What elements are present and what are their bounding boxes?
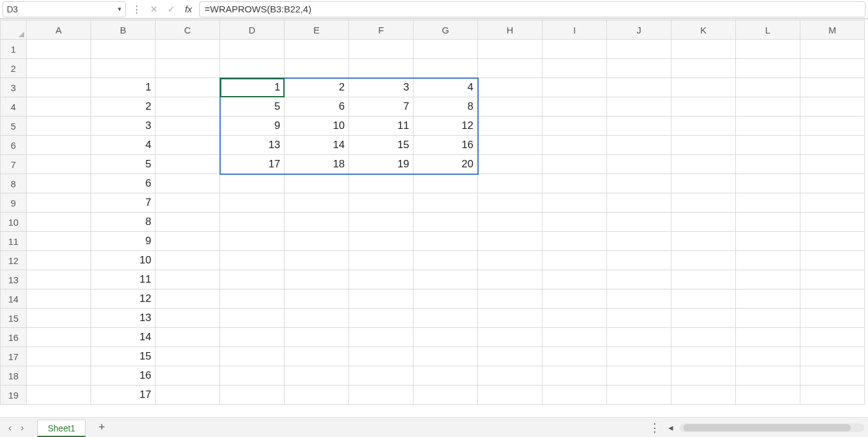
cell-M18[interactable] bbox=[800, 366, 865, 386]
cell-A10[interactable] bbox=[27, 213, 91, 232]
more-icon[interactable]: ⋮ bbox=[130, 2, 143, 17]
cell-M3[interactable] bbox=[800, 78, 865, 97]
cell-E15[interactable] bbox=[285, 309, 349, 328]
cell-C6[interactable] bbox=[156, 136, 220, 155]
column-header-D[interactable]: D bbox=[220, 20, 285, 40]
cell-C7[interactable] bbox=[156, 155, 220, 174]
cell-F9[interactable] bbox=[349, 193, 414, 213]
row-header-8[interactable]: 8 bbox=[1, 174, 27, 193]
cell-I8[interactable] bbox=[542, 174, 607, 193]
cell-C8[interactable] bbox=[156, 174, 220, 193]
cell-F4[interactable]: 7 bbox=[349, 97, 414, 117]
cell-F7[interactable]: 19 bbox=[349, 155, 414, 174]
cell-M16[interactable] bbox=[800, 328, 865, 347]
cell-I16[interactable] bbox=[542, 328, 607, 347]
cell-H8[interactable] bbox=[478, 174, 542, 193]
cell-D14[interactable] bbox=[220, 289, 285, 309]
cell-B18[interactable]: 16 bbox=[91, 366, 156, 386]
cell-K15[interactable] bbox=[671, 309, 736, 328]
cell-F12[interactable] bbox=[349, 251, 414, 270]
confirm-icon[interactable]: ✓ bbox=[164, 2, 178, 17]
cell-F19[interactable] bbox=[349, 386, 414, 405]
cell-E11[interactable] bbox=[285, 232, 349, 251]
cell-I13[interactable] bbox=[542, 270, 607, 289]
cell-M9[interactable] bbox=[800, 193, 865, 213]
cell-L13[interactable] bbox=[736, 270, 800, 289]
cell-L7[interactable] bbox=[736, 155, 800, 174]
row-header-2[interactable]: 2 bbox=[1, 59, 27, 78]
row-header-11[interactable]: 11 bbox=[1, 232, 27, 251]
cell-C4[interactable] bbox=[156, 97, 220, 117]
cell-J16[interactable] bbox=[607, 328, 671, 347]
cell-E2[interactable] bbox=[285, 59, 349, 78]
cell-L3[interactable] bbox=[736, 78, 800, 97]
cell-L19[interactable] bbox=[736, 386, 800, 405]
cell-H6[interactable] bbox=[478, 136, 542, 155]
cell-H17[interactable] bbox=[478, 347, 542, 366]
cell-M14[interactable] bbox=[800, 289, 865, 309]
cell-G7[interactable]: 20 bbox=[414, 155, 478, 174]
row-header-10[interactable]: 10 bbox=[1, 213, 27, 232]
cell-H10[interactable] bbox=[478, 213, 542, 232]
row-header-16[interactable]: 16 bbox=[1, 328, 27, 347]
cell-A17[interactable] bbox=[27, 347, 91, 366]
cell-K4[interactable] bbox=[671, 97, 736, 117]
cell-L10[interactable] bbox=[736, 213, 800, 232]
cell-C5[interactable] bbox=[156, 117, 220, 136]
cell-F17[interactable] bbox=[349, 347, 414, 366]
cell-G19[interactable] bbox=[414, 386, 478, 405]
cell-A6[interactable] bbox=[27, 136, 91, 155]
cell-G12[interactable] bbox=[414, 251, 478, 270]
cell-L4[interactable] bbox=[736, 97, 800, 117]
cell-D10[interactable] bbox=[220, 213, 285, 232]
cell-E13[interactable] bbox=[285, 270, 349, 289]
cell-D11[interactable] bbox=[220, 232, 285, 251]
horizontal-scrollbar[interactable]: ◂ bbox=[666, 422, 864, 433]
cell-J9[interactable] bbox=[607, 193, 671, 213]
cell-B16[interactable]: 14 bbox=[91, 328, 156, 347]
cell-C9[interactable] bbox=[156, 193, 220, 213]
cell-L1[interactable] bbox=[736, 40, 800, 59]
cell-I2[interactable] bbox=[542, 59, 607, 78]
cell-H14[interactable] bbox=[478, 289, 542, 309]
cell-D12[interactable] bbox=[220, 251, 285, 270]
cell-H9[interactable] bbox=[478, 193, 542, 213]
cell-L9[interactable] bbox=[736, 193, 800, 213]
cell-A11[interactable] bbox=[27, 232, 91, 251]
cell-D4[interactable]: 5 bbox=[220, 97, 285, 117]
cell-I3[interactable] bbox=[542, 78, 607, 97]
cell-D2[interactable] bbox=[220, 59, 285, 78]
cell-B2[interactable] bbox=[91, 59, 156, 78]
fx-icon[interactable]: fx bbox=[182, 2, 195, 17]
cell-A15[interactable] bbox=[27, 309, 91, 328]
column-header-F[interactable]: F bbox=[349, 20, 414, 40]
cell-B7[interactable]: 5 bbox=[91, 155, 156, 174]
cell-M1[interactable] bbox=[800, 40, 865, 59]
cell-G6[interactable]: 16 bbox=[414, 136, 478, 155]
cell-B1[interactable] bbox=[91, 40, 156, 59]
cell-I11[interactable] bbox=[542, 232, 607, 251]
column-header-G[interactable]: G bbox=[414, 20, 478, 40]
cell-A18[interactable] bbox=[27, 366, 91, 386]
cell-K8[interactable] bbox=[671, 174, 736, 193]
cell-I1[interactable] bbox=[542, 40, 607, 59]
cell-L6[interactable] bbox=[736, 136, 800, 155]
cell-D17[interactable] bbox=[220, 347, 285, 366]
cell-F14[interactable] bbox=[349, 289, 414, 309]
cell-C1[interactable] bbox=[156, 40, 220, 59]
cell-E14[interactable] bbox=[285, 289, 349, 309]
cell-B15[interactable]: 13 bbox=[91, 309, 156, 328]
cell-H5[interactable] bbox=[478, 117, 542, 136]
cell-D8[interactable] bbox=[220, 174, 285, 193]
cell-K3[interactable] bbox=[671, 78, 736, 97]
cell-D13[interactable] bbox=[220, 270, 285, 289]
cell-E1[interactable] bbox=[285, 40, 349, 59]
chevron-down-icon[interactable]: ▾ bbox=[115, 5, 122, 13]
cell-K13[interactable] bbox=[671, 270, 736, 289]
cell-E10[interactable] bbox=[285, 213, 349, 232]
cell-K6[interactable] bbox=[671, 136, 736, 155]
cell-C10[interactable] bbox=[156, 213, 220, 232]
cell-J13[interactable] bbox=[607, 270, 671, 289]
cell-E4[interactable]: 6 bbox=[285, 97, 349, 117]
cell-C15[interactable] bbox=[156, 309, 220, 328]
